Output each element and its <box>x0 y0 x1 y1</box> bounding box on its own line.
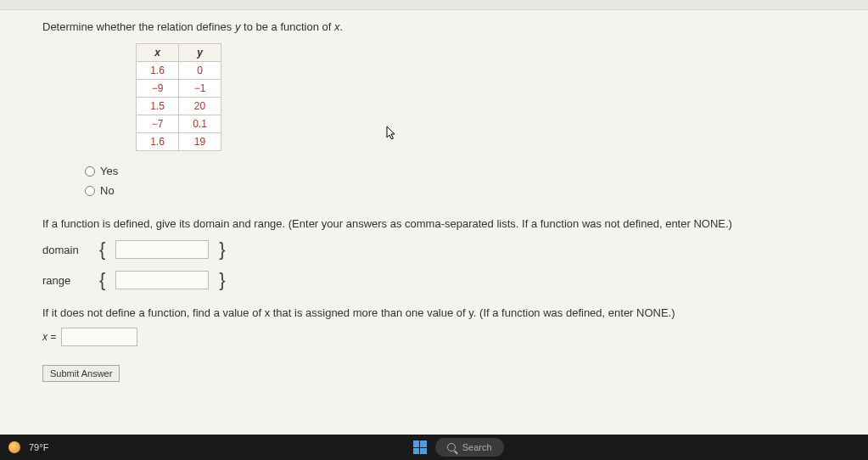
table-row: −9−1 <box>137 80 221 98</box>
table-row: 1.619 <box>137 133 221 151</box>
domain-label: domain <box>42 244 89 256</box>
radio-icon <box>85 186 95 196</box>
x-equals-label: x = <box>42 331 56 343</box>
table-row: 1.60 <box>137 62 221 80</box>
relation-table: x y 1.60 −9−1 1.520 −70.1 1.619 <box>136 43 221 151</box>
radio-yes-label: Yes <box>100 165 118 177</box>
question-prompt: Determine whether the relation defines y… <box>42 20 826 33</box>
range-label: range <box>42 274 89 287</box>
table-header-x: x <box>137 44 179 62</box>
table-row: −70.1 <box>137 115 221 133</box>
range-input[interactable] <box>115 271 209 289</box>
table-header-y: y <box>179 44 221 62</box>
radio-yes[interactable]: Yes <box>85 165 826 177</box>
taskbar-search[interactable]: Search <box>435 438 504 457</box>
not-function-intro: If it does not define a function, find a… <box>42 306 826 319</box>
taskbar-temp: 79°F <box>29 442 48 452</box>
radio-no-label: No <box>100 184 115 197</box>
submit-button[interactable]: Submit Answer <box>42 365 120 382</box>
domain-input[interactable] <box>115 240 209 259</box>
domain-range-intro: If a function is defined, give its domai… <box>42 217 826 230</box>
taskbar-search-label: Search <box>462 442 492 452</box>
radio-no[interactable]: No <box>85 184 826 197</box>
table-row: 1.520 <box>137 98 221 115</box>
start-icon[interactable] <box>413 440 427 454</box>
radio-icon <box>85 166 95 177</box>
search-icon <box>447 443 456 452</box>
x-value-input[interactable] <box>61 328 137 346</box>
weather-icon <box>8 441 20 453</box>
taskbar: 79°F Search <box>0 435 868 460</box>
